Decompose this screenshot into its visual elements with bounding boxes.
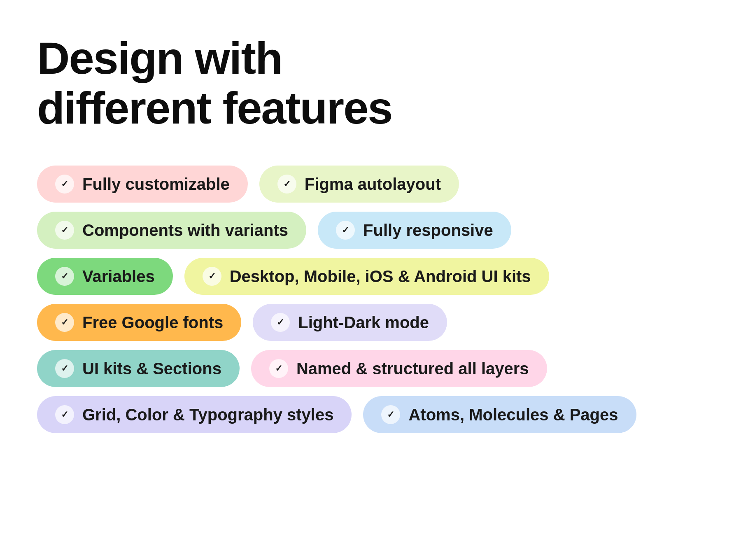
check-icon-desktop-mobile: ✓ [203, 267, 221, 286]
pill-label-fully-customizable: Fully customizable [82, 175, 230, 194]
pill-free-google-fonts: ✓Free Google fonts [37, 304, 241, 341]
feature-row-0: ✓Fully customizable✓Figma autolayout [37, 166, 704, 203]
pill-light-dark-mode: ✓Light-Dark mode [253, 304, 447, 341]
pill-label-grid-color-typography: Grid, Color & Typography styles [82, 406, 333, 424]
pill-label-ui-kits-sections: UI kits & Sections [82, 359, 221, 378]
feature-row-5: ✓Grid, Color & Typography styles✓Atoms, … [37, 396, 704, 433]
pill-fully-customizable: ✓Fully customizable [37, 166, 248, 203]
pill-label-free-google-fonts: Free Google fonts [82, 313, 223, 332]
pill-label-variables: Variables [82, 267, 155, 286]
pill-label-atoms-molecules: Atoms, Molecules & Pages [408, 406, 618, 424]
pill-label-desktop-mobile: Desktop, Mobile, iOS & Android UI kits [230, 267, 531, 286]
check-icon-fully-responsive: ✓ [336, 221, 355, 240]
pill-label-named-structured: Named & structured all layers [296, 359, 529, 378]
pill-label-figma-autolayout: Figma autolayout [305, 175, 441, 194]
feature-row-3: ✓Free Google fonts✓Light-Dark mode [37, 304, 704, 341]
pill-ui-kits-sections: ✓UI kits & Sections [37, 350, 240, 387]
pill-components-variants: ✓Components with variants [37, 212, 306, 249]
pill-label-light-dark-mode: Light-Dark mode [298, 313, 429, 332]
feature-row-4: ✓UI kits & Sections✓Named & structured a… [37, 350, 704, 387]
check-icon-components-variants: ✓ [55, 221, 74, 240]
check-icon-atoms-molecules: ✓ [381, 405, 400, 424]
pill-atoms-molecules: ✓Atoms, Molecules & Pages [363, 396, 636, 433]
check-icon-ui-kits-sections: ✓ [55, 359, 74, 378]
features-grid: ✓Fully customizable✓Figma autolayout✓Com… [37, 166, 704, 433]
feature-row-2: ✓Variables✓Desktop, Mobile, iOS & Androi… [37, 258, 704, 295]
check-icon-figma-autolayout: ✓ [277, 175, 296, 194]
page-container: Design with different features ✓Fully cu… [0, 0, 741, 466]
pill-desktop-mobile: ✓Desktop, Mobile, iOS & Android UI kits [184, 258, 549, 295]
check-icon-fully-customizable: ✓ [55, 175, 74, 194]
pill-grid-color-typography: ✓Grid, Color & Typography styles [37, 396, 352, 433]
pill-label-components-variants: Components with variants [82, 221, 288, 240]
pill-figma-autolayout: ✓Figma autolayout [259, 166, 459, 203]
check-icon-named-structured: ✓ [269, 359, 288, 378]
check-icon-grid-color-typography: ✓ [55, 405, 74, 424]
pill-variables: ✓Variables [37, 258, 173, 295]
page-title: Design with different features [37, 33, 704, 133]
pill-fully-responsive: ✓Fully responsive [318, 212, 511, 249]
check-icon-light-dark-mode: ✓ [271, 313, 290, 332]
pill-label-fully-responsive: Fully responsive [363, 221, 493, 240]
pill-named-structured: ✓Named & structured all layers [251, 350, 547, 387]
feature-row-1: ✓Components with variants✓Fully responsi… [37, 212, 704, 249]
check-icon-variables: ✓ [55, 267, 74, 286]
check-icon-free-google-fonts: ✓ [55, 313, 74, 332]
